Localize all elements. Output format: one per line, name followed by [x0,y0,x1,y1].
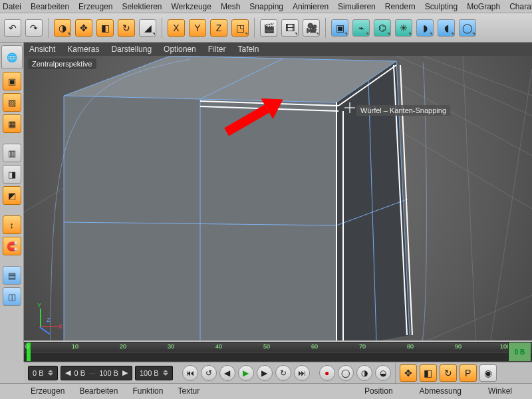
view-menu-display[interactable]: Darstellung [111,45,152,54]
prev-key-button[interactable]: ↺ [201,365,217,381]
axis-icon: ↕ [9,220,14,230]
undo-button[interactable]: ↶ [4,19,21,37]
workplane-align-button[interactable]: ▤ [3,266,21,285]
menu-render[interactable]: Rendern [385,2,416,11]
mat-menu-create[interactable]: Erzeugen [31,386,65,396]
add-field-button[interactable]: ✳ [395,19,412,37]
menu-mograph[interactable]: MoGraph [467,2,500,11]
timeline-ruler[interactable]: 0 10 20 30 40 50 60 70 80 90 100 [24,342,532,352]
menu-sim[interactable]: Simulieren [338,2,376,11]
goto-start-button[interactable]: ⏮ [182,365,198,381]
cam-icon: ◯ [462,23,473,33]
range-field[interactable]: ◀0 B···100 B▶ [61,366,132,380]
view-menu-options[interactable]: Optionen [164,45,196,54]
add-camera-button[interactable]: ◯ [459,19,476,37]
add-spline-button[interactable]: ⌁ [352,19,370,37]
menu-file[interactable]: Datei [3,2,21,11]
end-frame-field[interactable]: 100 B [135,366,173,380]
model-mode-button[interactable]: ▣ [3,72,21,90]
menu-select[interactable]: Selektieren [122,2,162,11]
snap-button[interactable]: 🧲 [3,237,21,255]
key-rot-button[interactable]: ↻ [440,364,457,382]
y-axis-button[interactable]: Y [189,19,206,37]
autokey-button[interactable]: ◯ [338,365,354,381]
mat-menu-edit[interactable]: Bearbeiten [79,386,118,396]
viewport-3d[interactable]: Zentralperspektive [24,56,532,340]
record-button[interactable]: ● [319,365,335,381]
make-editable-button[interactable]: 🌐 [1,45,23,69]
menu-character[interactable]: Charak [509,2,532,11]
mat-menu-texture[interactable]: Textur [178,386,200,396]
menu-mesh[interactable]: Mesh [221,2,240,11]
menu-snap[interactable]: Snapping [249,2,283,11]
svg-line-6 [489,69,532,340]
rotate-button[interactable]: ↻ [118,19,135,37]
redo-button[interactable]: ↷ [25,19,43,37]
plane-icon: ▤ [8,271,16,281]
pla-icon: ◉ [484,368,492,378]
main-menu-bar: Datei Bearbeiten Erzeugen Selektieren We… [0,0,532,13]
current-frame-field[interactable]: 0 B [28,366,58,380]
move-icon: ✥ [80,23,88,33]
point-icon: ▥ [8,148,16,158]
z-icon: Z [216,23,222,33]
add-primitive-button[interactable]: ▣ [331,19,348,37]
key-prev-icon: ↺ [205,368,212,378]
render-region-button[interactable]: 🎞 [281,19,299,37]
mat-menu-func[interactable]: Funktion [132,386,163,396]
key-pla-button[interactable]: ◉ [479,364,497,382]
next-key-button[interactable]: ↻ [275,365,291,381]
x-axis-button[interactable]: X [168,19,185,37]
menu-tools[interactable]: Werkzeuge [171,2,211,11]
view-menu-view[interactable]: Ansicht [29,45,55,54]
keysel-icon: ◑ [361,368,368,378]
workplane-lock-button[interactable]: ◫ [3,287,21,306]
axis-lock-button[interactable]: ↕ [3,215,21,234]
svg-line-5 [463,56,476,340]
key-pos-button[interactable]: ✥ [400,364,417,382]
tick-70: 70 [359,343,366,350]
add-deformer-button[interactable]: ◗ [416,19,434,37]
goto-end-button[interactable]: ⏭ [294,365,310,381]
view-menu-cameras[interactable]: Kameras [67,45,99,54]
svg-line-4 [423,56,532,96]
next-frame-button[interactable]: ▶ [257,365,273,381]
cube-icon: ▣ [8,76,16,86]
menu-sculpt[interactable]: Sculpting [425,2,458,11]
prev-frame-button[interactable]: ◀ [219,365,235,381]
menu-create[interactable]: Erzeugen [78,2,112,11]
tick-40: 40 [215,343,222,350]
tick-50: 50 [263,343,270,350]
menu-anim[interactable]: Animieren [293,2,329,11]
view-menu-panels[interactable]: Tafeln [237,45,259,54]
view-menu-filter[interactable]: Filter [208,45,226,54]
key-scale-button[interactable]: ◧ [420,364,437,382]
polygon-mode-button[interactable]: ◩ [3,186,21,205]
svg-line-3 [396,129,532,209]
key-param-button[interactable]: P [460,364,477,382]
edge-mode-button[interactable]: ◨ [3,165,21,184]
globe-icon: 🌐 [7,53,17,63]
move-button[interactable]: ✥ [75,19,92,37]
coord-sys-button[interactable]: ◳ [231,19,249,37]
play-icon: ▶ [243,368,249,378]
last-tool-button[interactable]: ◢ [139,19,156,37]
add-generator-button[interactable]: ⌬ [374,19,391,37]
z-axis-button[interactable]: Z [210,19,227,37]
play-button[interactable]: ▶ [238,365,254,381]
menu-edit[interactable]: Bearbeiten [31,2,69,11]
render-view-button[interactable]: 🎬 [260,19,277,37]
live-select-button[interactable]: ◑ [54,19,71,37]
timeline-track[interactable] [24,352,532,361]
add-environment-button[interactable]: ◖ [438,19,455,37]
workplane-mode-button[interactable]: ▦ [3,114,21,133]
undo-icon: ↶ [9,23,17,33]
render-settings-button[interactable]: 🎥 [303,19,320,37]
clapper-icon: 🎬 [263,23,275,33]
key-selection-button[interactable]: ◑ [356,365,372,381]
scale-button[interactable]: ◧ [96,19,114,37]
point-mode-button[interactable]: ▥ [3,144,21,162]
timeline[interactable]: 0 10 20 30 40 50 60 70 80 90 100 0 B [24,342,532,362]
texture-mode-button[interactable]: ▨ [3,93,21,112]
key-options-button[interactable]: ◒ [375,365,391,381]
